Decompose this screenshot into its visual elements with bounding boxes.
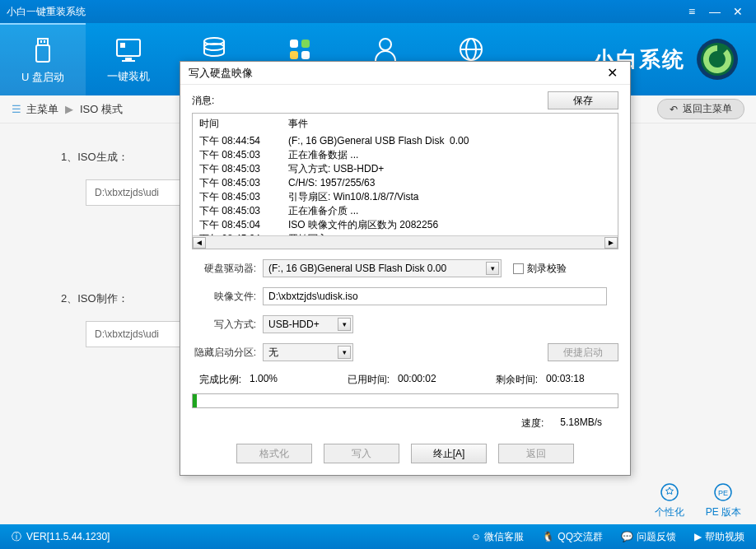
dialog-titlebar: 写入硬盘映像 ✕	[180, 62, 630, 85]
progress-bar	[192, 393, 618, 408]
log-rows[interactable]: 下午 08:44:54(F:, 16 GB)General USB Flash …	[193, 134, 618, 240]
checkbox-icon	[513, 263, 524, 274]
return-button[interactable]: 返回	[498, 444, 574, 463]
chevron-down-icon: ▾	[338, 346, 351, 359]
tool-label: U 盘启动	[21, 70, 64, 85]
done-value: 1.00%	[250, 373, 315, 387]
write-mode-label: 写入方式:	[192, 318, 263, 332]
svg-text:PE: PE	[718, 489, 728, 497]
hidden-partition-dropdown[interactable]: 无 ▾	[263, 343, 353, 361]
app-title: 小白一键重装系统	[7, 5, 680, 19]
svg-rect-0	[38, 39, 48, 45]
format-button[interactable]: 格式化	[236, 444, 312, 463]
log-row: 下午 08:45:04ISO 映像文件的扇区数为 2082256	[199, 218, 611, 232]
log-row: 下午 08:45:03正在准备数据 ...	[199, 148, 611, 162]
quick-boot-button[interactable]: 便捷启动	[548, 343, 618, 361]
brand-logo-icon	[695, 37, 740, 81]
back-main-button[interactable]: ↶ 返回主菜单	[657, 99, 744, 119]
star-gear-icon	[658, 481, 681, 504]
pe-version-link[interactable]: PE PE 版本	[706, 481, 741, 519]
remain-label: 剩余时间:	[488, 373, 538, 387]
monitor-icon	[112, 35, 145, 64]
version-text: VER[11.5.44.1230]	[26, 531, 110, 542]
svg-rect-13	[301, 51, 310, 59]
version-link[interactable]: ⓘ VER[11.5.44.1230]	[12, 530, 110, 544]
write-mode-dropdown[interactable]: USB-HDD+ ▾	[263, 315, 353, 333]
dialog-close-button[interactable]: ✕	[602, 65, 622, 81]
video-icon: ▶	[694, 531, 702, 542]
hidden-label: 隐藏启动分区:	[192, 346, 263, 360]
hidden-value: 无	[268, 346, 278, 360]
log-head-time: 时间	[199, 117, 288, 131]
qq-icon: 🐧	[542, 531, 554, 542]
chevron-down-icon: ▾	[486, 262, 499, 275]
write-button[interactable]: 写入	[324, 444, 399, 463]
bottom-tools: 个性化 PE PE 版本	[655, 481, 741, 519]
drive-label: 硬盘驱动器:	[192, 262, 263, 276]
svg-rect-5	[125, 58, 132, 60]
svg-rect-12	[290, 51, 298, 59]
wechat-link[interactable]: ☺微信客服	[471, 530, 524, 544]
tool-onekey[interactable]: 一键装机	[86, 23, 171, 95]
svg-rect-7	[120, 43, 125, 48]
back-arrow-icon: ↶	[670, 104, 678, 115]
burn-check-label: 刻录校验	[527, 262, 567, 276]
stop-button[interactable]: 终止[A]	[411, 444, 487, 463]
close-button[interactable]: ✕	[726, 3, 749, 20]
personalize-link[interactable]: 个性化	[655, 481, 684, 519]
elapsed-label: 已用时间:	[340, 373, 390, 387]
usb-icon	[26, 35, 59, 65]
scroll-right-icon[interactable]: ►	[604, 237, 618, 249]
log-row: 下午 08:45:03C/H/S: 1957/255/63	[199, 176, 611, 190]
log-scrollbar[interactable]: ◄ ►	[193, 235, 618, 249]
elapsed-value: 00:00:02	[398, 373, 464, 387]
pe-label: PE 版本	[706, 505, 741, 519]
image-label: 映像文件:	[192, 290, 263, 304]
log-row: 下午 08:45:03正在准备介质 ...	[199, 204, 611, 218]
progress-fill	[193, 394, 197, 407]
globe-icon	[455, 35, 488, 64]
qq-link[interactable]: 🐧QQ交流群	[542, 530, 603, 544]
apps-icon	[283, 35, 316, 64]
svg-rect-10	[290, 40, 298, 48]
scroll-left-icon[interactable]: ◄	[193, 237, 206, 249]
tool-usb-boot[interactable]: U 盘启动	[0, 23, 86, 95]
save-button[interactable]: 保存	[548, 91, 618, 109]
log-row: 下午 08:45:03引导扇区: Win10/8.1/8/7/Vista	[199, 190, 611, 204]
menu-icon[interactable]: ≡	[680, 3, 703, 20]
write-disk-image-dialog: 写入硬盘映像 ✕ 消息: 保存 时间 事件 下午 08:44:54(F:, 16…	[180, 61, 631, 476]
svg-rect-2	[40, 40, 42, 43]
speed-label: 速度:	[521, 416, 544, 430]
chat-icon: 💬	[621, 531, 633, 542]
crumb-list-icon: ☰	[12, 103, 21, 115]
svg-rect-11	[301, 40, 310, 48]
crumb-main[interactable]: 主菜单	[26, 102, 58, 117]
svg-rect-6	[122, 60, 135, 62]
done-label: 完成比例:	[192, 373, 241, 387]
personalize-label: 个性化	[655, 505, 684, 519]
drive-dropdown[interactable]: (F:, 16 GB)General USB Flash Disk 0.00 ▾	[263, 259, 502, 277]
image-file-field[interactable]: D:\xbxtzjds\udisk.iso	[263, 287, 607, 305]
remain-value: 00:03:18	[546, 373, 612, 387]
burn-check[interactable]: 刻录校验	[513, 262, 567, 276]
log-row: 下午 08:45:03写入方式: USB-HDD+	[199, 162, 611, 176]
user-icon	[369, 35, 402, 64]
write-mode-value: USB-HDD+	[268, 319, 320, 330]
crumb-mode: ISO 模式	[80, 102, 123, 117]
video-link[interactable]: ▶帮助视频	[694, 530, 744, 544]
dialog-title: 写入硬盘映像	[189, 66, 602, 81]
minimize-button[interactable]: —	[703, 3, 726, 20]
log-row: 下午 08:44:54(F:, 16 GB)General USB Flash …	[199, 134, 611, 148]
svg-point-14	[380, 39, 391, 50]
speed-value: 5.18MB/s	[560, 416, 602, 430]
drive-value: (F:, 16 GB)General USB Flash Disk 0.00	[268, 263, 446, 274]
back-label: 返回主菜单	[683, 102, 732, 116]
chevron-down-icon: ▾	[338, 318, 351, 331]
footer: ⓘ VER[11.5.44.1230] ☺微信客服 🐧QQ交流群 💬问题反馈 ▶…	[0, 524, 756, 549]
tool-label: 一键装机	[107, 69, 150, 84]
titlebar: 小白一键重装系统 ≡ — ✕	[0, 0, 756, 23]
feedback-link[interactable]: 💬问题反馈	[621, 530, 676, 544]
image-value: D:\xbxtzjds\udisk.iso	[268, 291, 358, 302]
database-icon	[198, 35, 231, 64]
message-label: 消息:	[192, 94, 548, 108]
